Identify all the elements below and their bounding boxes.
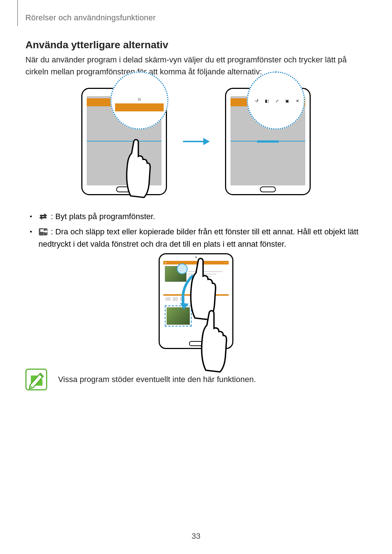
expand-icon: ⤢ xyxy=(275,99,279,103)
close-icon: ✕ xyxy=(295,99,299,103)
list-item: • : Byt plats på programfönster. xyxy=(30,210,360,223)
breadcrumb: Rörelser och användningsfunktioner xyxy=(25,13,156,22)
svg-marker-5 xyxy=(180,303,189,309)
bullet-text: : Dra och släpp text eller kopierade bil… xyxy=(38,227,359,249)
tab-edge xyxy=(17,0,18,26)
bullet-text: : Byt plats på programfönster. xyxy=(49,212,155,221)
fullscreen-icon: ▣ xyxy=(285,99,289,103)
note-callout: Vissa program stöder eventuellt inte den… xyxy=(25,369,367,390)
figure-split-screen-options: ↺ ◧ ⤢ ▣ ✕ xyxy=(25,80,367,203)
drag-content-icon xyxy=(38,228,48,236)
bullet-list: • : Byt plats på programfönster. • : Dra… xyxy=(30,210,360,253)
drag-content-icon: ◧ xyxy=(265,99,269,103)
section-heading: Använda ytterligare alternativ xyxy=(25,39,168,51)
page-number: 33 xyxy=(192,532,200,541)
arrow-right-icon xyxy=(181,134,211,149)
note-text: Vissa program stöder eventuellt inte den… xyxy=(58,375,256,384)
intro-paragraph: När du använder program i delad skärm-vy… xyxy=(25,54,367,78)
figure-drag-drop: ◂⋯ xyxy=(25,253,367,369)
list-item: • : Dra och släpp text eller kopierade b… xyxy=(30,226,360,250)
curved-arrow-icon xyxy=(179,273,197,309)
note-icon xyxy=(25,369,47,390)
swap-icon xyxy=(38,213,48,221)
swap-icon: ↺ xyxy=(254,99,259,103)
svg-rect-3 xyxy=(40,229,44,232)
svg-marker-1 xyxy=(203,138,210,145)
